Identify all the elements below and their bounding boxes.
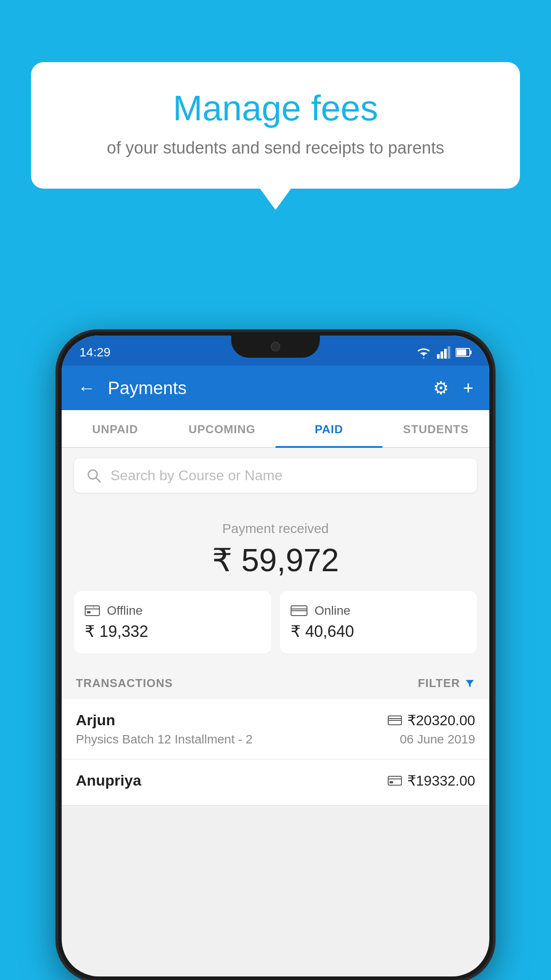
offline-payment-card: ₹ Offline ₹ 19,332 [74, 591, 271, 653]
transaction-amount-container: ₹19332.00 [388, 772, 475, 789]
transaction-amount-container: ₹20320.00 [388, 712, 475, 729]
transaction-name: Arjun [76, 711, 115, 729]
wifi-icon [416, 346, 432, 359]
payment-received-section: Payment received ₹ 59,972 ₹ Offline [62, 503, 489, 666]
transaction-amount: ₹19332.00 [407, 772, 475, 789]
payment-received-amount: ₹ 59,972 [74, 541, 477, 579]
tab-unpaid[interactable]: UNPAID [62, 410, 169, 447]
search-icon [87, 468, 102, 483]
back-button[interactable]: ← [78, 378, 95, 398]
transaction-name: Anupriya [76, 772, 141, 789]
transactions-header: TRANSACTIONS FILTER [62, 666, 489, 699]
svg-rect-3 [448, 346, 450, 359]
svg-line-8 [96, 478, 100, 482]
search-bar[interactable]: Search by Course or Name [74, 458, 477, 493]
svg-text:₹: ₹ [92, 605, 94, 609]
offline-payment-icon: ₹ [85, 605, 100, 617]
search-bar-container: Search by Course or Name [62, 448, 489, 503]
svg-rect-11 [87, 611, 91, 613]
battery-icon [456, 348, 472, 357]
transaction-amount: ₹20320.00 [407, 712, 475, 729]
transaction-item[interactable]: Anupriya ₹19332.00 [62, 759, 489, 806]
search-input-placeholder[interactable]: Search by Course or Name [110, 467, 283, 484]
transaction-course: Physics Batch 12 Installment - 2 [76, 732, 252, 747]
offline-label: Offline [107, 604, 142, 618]
app-bar-actions: ⚙ + [433, 378, 473, 398]
transaction-date: 06 June 2019 [400, 732, 475, 747]
online-payment-icon [291, 605, 307, 617]
transaction-item[interactable]: Arjun ₹20320.00 Physics Batch 12 Install… [62, 699, 489, 759]
payment-cards: ₹ Offline ₹ 19,332 [74, 591, 477, 653]
front-camera [271, 342, 280, 352]
svg-rect-5 [457, 349, 466, 356]
speech-bubble: Manage fees of your students and send re… [31, 62, 520, 189]
signal-icon [437, 346, 450, 359]
settings-button[interactable]: ⚙ [433, 378, 449, 398]
transaction-offline-icon [388, 775, 402, 786]
tab-students[interactable]: STUDENTS [382, 410, 489, 447]
payment-received-label: Payment received [74, 521, 477, 536]
phone-notch [231, 336, 320, 358]
filter-icon [464, 678, 475, 689]
online-label: Online [315, 604, 350, 618]
svg-rect-1 [441, 352, 443, 359]
online-amount: ₹ 40,640 [291, 622, 466, 641]
speech-bubble-subtitle: of your students and send receipts to pa… [67, 138, 484, 158]
add-button[interactable]: + [463, 378, 473, 398]
svg-rect-2 [444, 349, 447, 359]
status-time: 14:29 [79, 345, 110, 360]
offline-amount: ₹ 19,332 [85, 622, 260, 641]
tab-upcoming[interactable]: UPCOMING [169, 410, 276, 447]
svg-rect-19 [388, 776, 401, 785]
transaction-card-icon [388, 715, 402, 726]
transaction-list: Arjun ₹20320.00 Physics Batch 12 Install… [62, 699, 489, 806]
app-bar-title: Payments [108, 378, 421, 398]
tabs-bar: UNPAID UPCOMING PAID STUDENTS [62, 410, 489, 448]
app-bar: ← Payments ⚙ + [62, 366, 489, 410]
filter-label: FILTER [418, 676, 460, 690]
transactions-label: TRANSACTIONS [76, 676, 173, 690]
tab-paid[interactable]: PAID [276, 410, 382, 447]
status-icons [416, 346, 472, 359]
svg-rect-0 [437, 354, 440, 359]
svg-rect-6 [470, 351, 472, 354]
speech-bubble-title: Manage fees [67, 89, 484, 128]
phone-screen: 14:29 [62, 336, 489, 976]
speech-bubble-container: Manage fees of your students and send re… [31, 62, 520, 189]
svg-rect-21 [390, 781, 393, 783]
filter-button[interactable]: FILTER [418, 676, 475, 690]
online-payment-card: Online ₹ 40,640 [280, 591, 477, 653]
phone-device: 14:29 [58, 332, 493, 980]
